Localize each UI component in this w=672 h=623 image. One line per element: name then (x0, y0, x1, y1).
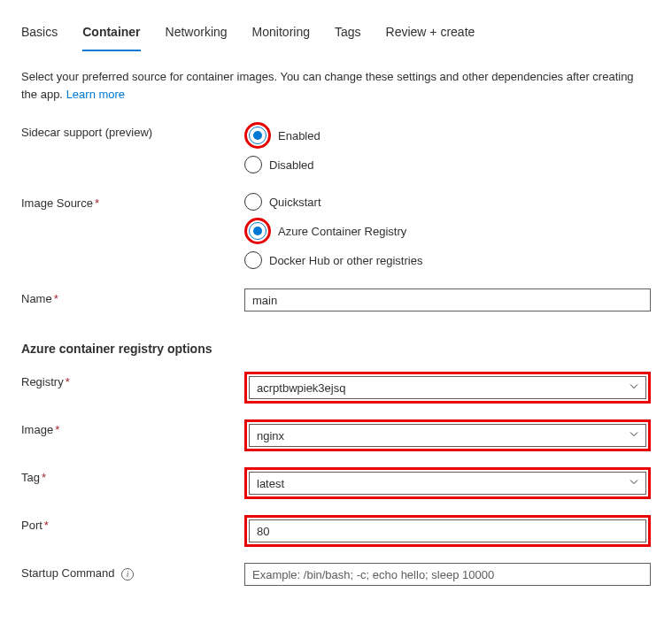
radio-circle-icon (249, 222, 266, 240)
image-label: Image* (21, 419, 244, 436)
registry-value[interactable] (249, 376, 646, 399)
tab-networking[interactable]: Networking (166, 25, 228, 51)
radio-circle-icon (244, 251, 262, 269)
name-label: Name* (21, 288, 244, 305)
required-indicator: * (44, 519, 49, 532)
highlight-box (244, 372, 651, 404)
required-indicator: * (95, 196, 99, 210)
tag-select[interactable] (249, 472, 646, 495)
radio-circle-icon (244, 156, 262, 173)
sidecar-enabled-label: Enabled (278, 129, 321, 142)
port-input[interactable] (249, 519, 646, 542)
image-source-radio-group: Quickstart Azure Container Registry Dock… (244, 193, 651, 269)
image-source-quickstart-radio[interactable]: Quickstart (244, 193, 651, 211)
image-source-docker-radio[interactable]: Docker Hub or other registries (244, 251, 651, 269)
sidecar-enabled-radio[interactable]: Enabled (244, 122, 651, 149)
highlight-ring (244, 218, 271, 244)
tab-basics[interactable]: Basics (21, 25, 58, 51)
required-indicator: * (42, 471, 46, 484)
highlight-box (244, 515, 651, 547)
sidecar-disabled-label: Disabled (269, 158, 314, 172)
sidecar-disabled-radio[interactable]: Disabled (244, 156, 651, 173)
acr-options-heading: Azure container registry options (21, 342, 651, 356)
image-select[interactable] (249, 424, 646, 447)
tag-label: Tag* (21, 467, 244, 484)
image-source-acr-label: Azure Container Registry (278, 225, 406, 238)
startup-input[interactable] (244, 563, 651, 586)
sidecar-radio-group: Enabled Disabled (244, 122, 651, 173)
image-value[interactable] (249, 424, 646, 447)
tab-monitoring[interactable]: Monitoring (252, 25, 310, 51)
learn-more-link[interactable]: Learn more (66, 88, 125, 101)
tab-tags[interactable]: Tags (335, 25, 361, 51)
highlight-ring (244, 122, 271, 149)
name-input[interactable] (244, 288, 651, 312)
tag-value[interactable] (249, 472, 646, 495)
image-source-quickstart-label: Quickstart (269, 196, 321, 209)
intro-text: Select your preferred source for contain… (21, 68, 651, 103)
image-source-acr-radio[interactable]: Azure Container Registry (244, 218, 651, 244)
tab-bar: Basics Container Networking Monitoring T… (21, 0, 651, 52)
tab-review[interactable]: Review + create (386, 25, 475, 51)
tab-container[interactable]: Container (82, 25, 140, 51)
port-label: Port* (21, 515, 244, 532)
sidecar-label: Sidecar support (preview) (21, 122, 244, 139)
highlight-box (244, 419, 651, 451)
radio-circle-icon (244, 193, 262, 211)
highlight-box (244, 467, 651, 499)
registry-label: Registry* (21, 372, 244, 388)
registry-select[interactable] (249, 376, 646, 399)
image-source-label: Image Source* (21, 193, 244, 210)
required-indicator: * (55, 423, 59, 436)
startup-label: Startup Command i (21, 563, 244, 581)
radio-circle-icon (249, 127, 266, 144)
info-icon[interactable]: i (121, 568, 134, 581)
required-indicator: * (66, 375, 70, 388)
image-source-docker-label: Docker Hub or other registries (269, 254, 422, 267)
required-indicator: * (54, 292, 58, 305)
